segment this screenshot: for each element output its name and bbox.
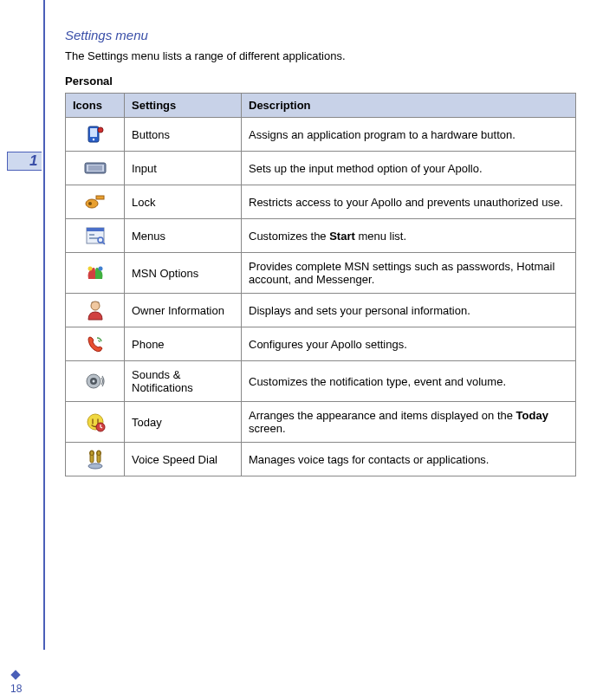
table-row: Owner InformationDisplays and sets your … xyxy=(66,294,576,327)
table-row: MenusCustomizes the Start menu list. xyxy=(66,219,576,253)
description-cell: Manages voice tags for contacts or appli… xyxy=(242,443,576,476)
icon-cell xyxy=(66,219,125,253)
setting-cell: Menus xyxy=(125,219,242,253)
description-cell: Arranges the appearance and items displa… xyxy=(242,402,576,443)
icon-cell xyxy=(66,294,125,327)
svg-point-18 xyxy=(88,267,92,271)
menus-icon xyxy=(84,226,107,245)
svg-rect-1 xyxy=(90,128,97,137)
header-settings: Settings xyxy=(125,94,242,118)
icon-cell xyxy=(66,253,125,294)
svg-rect-13 xyxy=(87,228,104,231)
lock-icon xyxy=(84,192,107,211)
voice-icon xyxy=(84,450,107,469)
setting-cell: Phone xyxy=(125,327,242,361)
setting-cell: Lock xyxy=(125,185,242,219)
description-cell: Displays and sets your personal informat… xyxy=(242,294,576,327)
svg-point-20 xyxy=(91,301,100,310)
input-icon xyxy=(84,159,107,178)
section-label: Personal xyxy=(65,75,576,88)
table-row: PhoneConfigures your Apollo settings. xyxy=(66,327,576,361)
setting-cell: Owner Information xyxy=(125,294,242,327)
icon-cell xyxy=(66,152,125,185)
icon-cell xyxy=(66,443,125,476)
table-row: Voice Speed DialManages voice tags for c… xyxy=(66,443,576,476)
setting-cell: Input xyxy=(125,152,242,185)
page-number: 18 xyxy=(10,683,22,695)
footer-ornament-icon xyxy=(10,670,20,679)
buttons-icon xyxy=(84,125,107,144)
setting-cell: MSN Options xyxy=(125,253,242,294)
svg-rect-14 xyxy=(89,234,94,236)
svg-point-2 xyxy=(92,139,94,140)
phone-icon xyxy=(84,334,107,353)
svg-rect-26 xyxy=(90,450,94,463)
description-cell: Configures your Apollo settings. xyxy=(242,327,576,361)
icon-cell xyxy=(66,361,125,402)
icon-cell xyxy=(66,118,125,152)
svg-point-3 xyxy=(98,127,103,133)
table-row: MSN OptionsProvides complete MSN setting… xyxy=(66,253,576,294)
table-row: InputSets up the input method option of … xyxy=(66,152,576,185)
sounds-icon xyxy=(84,372,107,391)
setting-cell: Today xyxy=(125,402,242,443)
description-cell: Sets up the input method option of your … xyxy=(242,152,576,185)
svg-point-19 xyxy=(98,267,102,271)
icon-cell xyxy=(66,327,125,361)
owner-icon xyxy=(84,301,107,320)
page-heading: Settings menu xyxy=(65,28,576,42)
svg-point-23 xyxy=(92,380,94,383)
chapter-number: 1 xyxy=(29,152,37,170)
vertical-rule xyxy=(43,0,45,650)
header-icons: Icons xyxy=(66,94,125,118)
today-icon xyxy=(84,412,107,431)
table-row: Sounds & NotificationsCustomizes the not… xyxy=(66,361,576,402)
table-row: ButtonsAssigns an application program to… xyxy=(66,118,576,152)
description-cell: Customizes the notification type, event … xyxy=(242,361,576,402)
svg-rect-27 xyxy=(97,450,100,463)
setting-cell: Buttons xyxy=(125,118,242,152)
svg-line-17 xyxy=(102,242,105,244)
intro-text: The Settings menu lists a range of diffe… xyxy=(65,49,576,62)
settings-table: Icons Settings Description ButtonsAssign… xyxy=(65,93,576,476)
page-content: Settings menu The Settings menu lists a … xyxy=(65,28,576,476)
setting-cell: Sounds & Notifications xyxy=(125,361,242,402)
description-cell: Assigns an application program to a hard… xyxy=(242,118,576,152)
msn-icon xyxy=(84,263,107,282)
table-header-row: Icons Settings Description xyxy=(66,94,576,118)
header-description: Description xyxy=(242,94,576,118)
svg-point-11 xyxy=(88,202,92,205)
svg-rect-15 xyxy=(89,237,98,239)
description-cell: Provides complete MSN settings such as p… xyxy=(242,253,576,294)
description-cell: Restricts access to your Apollo and prev… xyxy=(242,185,576,219)
description-cell: Customizes the Start menu list. xyxy=(242,219,576,253)
icon-cell xyxy=(66,185,125,219)
svg-point-30 xyxy=(88,463,102,469)
table-row: TodayArranges the appearance and items d… xyxy=(66,402,576,443)
table-row: LockRestricts access to your Apollo and … xyxy=(66,185,576,219)
setting-cell: Voice Speed Dial xyxy=(125,443,242,476)
svg-rect-10 xyxy=(96,196,104,199)
icon-cell xyxy=(66,402,125,443)
